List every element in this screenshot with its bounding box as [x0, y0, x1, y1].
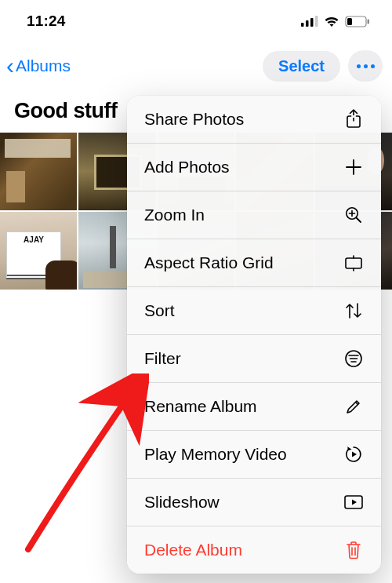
- aspect-ratio-icon: [343, 253, 364, 273]
- menu-add-photos[interactable]: Add Photos: [127, 144, 381, 191]
- context-menu: Share Photos Add Photos Zoom In Aspect R…: [127, 96, 381, 574]
- menu-aspect-ratio-grid[interactable]: Aspect Ratio Grid: [127, 239, 381, 287]
- nav-right: Select: [263, 50, 383, 82]
- plus-icon: [343, 157, 364, 177]
- menu-label: Slideshow: [144, 493, 220, 512]
- menu-sort[interactable]: Sort: [127, 287, 381, 335]
- menu-label: Play Memory Video: [144, 445, 287, 464]
- select-button[interactable]: Select: [263, 51, 340, 82]
- menu-label: Sort: [144, 301, 175, 320]
- status-bar: 11:24: [0, 0, 392, 39]
- more-button[interactable]: [348, 50, 383, 82]
- menu-label: Delete Album: [144, 541, 242, 559]
- trash-icon: [343, 540, 364, 560]
- svg-rect-1: [306, 20, 309, 27]
- menu-play-memory-video[interactable]: Play Memory Video: [127, 431, 381, 479]
- menu-label: Add Photos: [144, 158, 230, 177]
- svg-rect-6: [368, 19, 370, 24]
- menu-label: Share Photos: [144, 110, 244, 129]
- svg-rect-5: [347, 18, 352, 25]
- svg-rect-8: [351, 115, 356, 118]
- status-indicators: [301, 16, 370, 27]
- menu-zoom-in[interactable]: Zoom In: [127, 191, 381, 239]
- svg-rect-3: [315, 16, 318, 27]
- share-icon: [343, 109, 364, 129]
- battery-icon: [345, 16, 370, 27]
- svg-rect-10: [346, 258, 361, 268]
- photo-thumbnail[interactable]: [0, 212, 77, 290]
- menu-slideshow[interactable]: Slideshow: [127, 479, 381, 527]
- back-button[interactable]: ‹ Albums: [6, 54, 71, 78]
- chevron-left-icon: ‹: [6, 54, 14, 78]
- slideshow-icon: [343, 492, 364, 512]
- menu-label: Zoom In: [144, 206, 205, 224]
- menu-share-photos[interactable]: Share Photos: [127, 96, 381, 144]
- photo-thumbnail[interactable]: [0, 133, 77, 210]
- status-time: 11:24: [27, 13, 66, 30]
- menu-rename-album[interactable]: Rename Album: [127, 383, 381, 431]
- memory-icon: [343, 444, 364, 465]
- sort-icon: [343, 301, 364, 321]
- cellular-icon: [301, 16, 318, 27]
- back-label: Albums: [16, 56, 71, 75]
- magnify-plus-icon: [343, 205, 364, 225]
- svg-rect-0: [301, 23, 304, 27]
- menu-filter[interactable]: Filter: [127, 335, 381, 383]
- pencil-icon: [343, 396, 364, 417]
- svg-rect-2: [310, 18, 314, 27]
- wifi-icon: [323, 16, 340, 27]
- menu-label: Filter: [144, 349, 181, 368]
- ellipsis-icon: [357, 64, 375, 68]
- nav-bar: ‹ Albums Select: [0, 39, 392, 93]
- filter-icon: [343, 348, 364, 369]
- menu-label: Rename Album: [144, 397, 257, 416]
- menu-label: Aspect Ratio Grid: [144, 253, 274, 272]
- menu-delete-album[interactable]: Delete Album: [127, 527, 381, 574]
